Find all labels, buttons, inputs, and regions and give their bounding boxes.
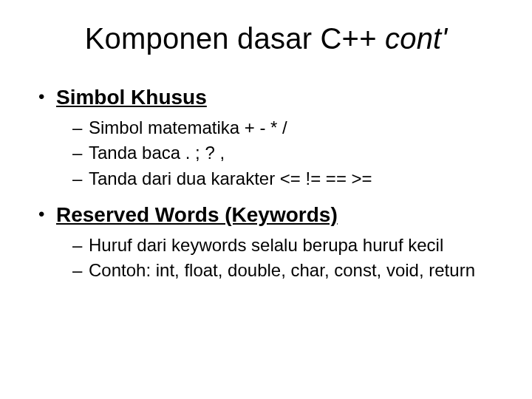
slide-title: Komponen dasar C++ cont' (30, 22, 502, 55)
list-item: Simbol Khusus Simbol matematika + - * / … (35, 83, 502, 191)
sub-list-item: Contoh: int, float, double, char, const,… (72, 259, 502, 282)
title-italic: cont' (385, 22, 447, 55)
slide: Komponen dasar C++ cont' Simbol Khusus S… (0, 0, 532, 399)
sub-list-item: Tanda baca . ; ? , (72, 141, 502, 165)
sub-list-item: Simbol matematika + - * / (72, 116, 502, 140)
bullet-list: Simbol Khusus Simbol matematika + - * / … (35, 83, 502, 283)
list-item-label: Reserved Words (Keywords) (56, 203, 338, 226)
sub-list-item: Tanda dari dua karakter <= != == >= (72, 167, 502, 191)
sub-list: Huruf dari keywords selalu berupa huruf … (72, 233, 502, 283)
list-item-label: Simbol Khusus (56, 86, 207, 109)
list-item: Reserved Words (Keywords) Huruf dari key… (35, 201, 502, 283)
title-main: Komponen dasar C++ (85, 22, 385, 55)
sub-list-item: Huruf dari keywords selalu berupa huruf … (72, 233, 502, 257)
sub-list: Simbol matematika + - * / Tanda baca . ;… (72, 116, 502, 191)
